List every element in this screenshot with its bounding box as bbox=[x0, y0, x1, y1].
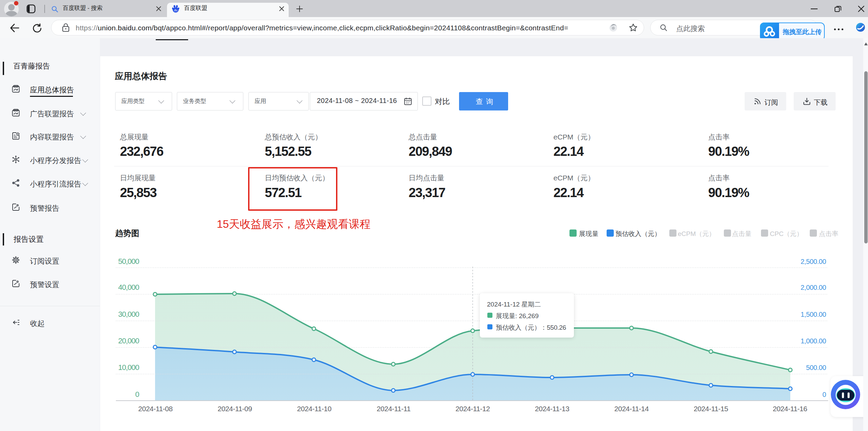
svg-text:20,000: 20,000 bbox=[118, 337, 139, 345]
svg-text:2,000.00: 2,000.00 bbox=[801, 284, 826, 291]
svg-text:50,000: 50,000 bbox=[118, 257, 139, 266]
svg-text:2024-11-13: 2024-11-13 bbox=[535, 405, 569, 413]
svg-text:2024-11-16: 2024-11-16 bbox=[773, 405, 807, 413]
svg-text:1,000.00: 1,000.00 bbox=[801, 337, 826, 345]
svg-text:10,000: 10,000 bbox=[118, 363, 139, 372]
svg-text:2,500.00: 2,500.00 bbox=[801, 258, 826, 265]
svg-text:0: 0 bbox=[135, 390, 139, 399]
svg-text:1,500.00: 1,500.00 bbox=[801, 311, 826, 318]
svg-text:40,000: 40,000 bbox=[118, 283, 139, 292]
svg-text:2024-11-12: 2024-11-12 bbox=[456, 405, 490, 413]
svg-text:2024-11-14: 2024-11-14 bbox=[614, 405, 649, 413]
svg-text:2024-11-10: 2024-11-10 bbox=[297, 405, 332, 413]
svg-text:2024-11-09: 2024-11-09 bbox=[218, 405, 252, 413]
svg-text:30,000: 30,000 bbox=[118, 310, 139, 318]
svg-text:2024-11-08: 2024-11-08 bbox=[138, 405, 173, 413]
svg-text:2024-11-11: 2024-11-11 bbox=[377, 405, 410, 413]
svg-text:2024-11-15: 2024-11-15 bbox=[694, 405, 728, 413]
svg-text:0: 0 bbox=[822, 391, 826, 398]
svg-text:500.00: 500.00 bbox=[806, 364, 826, 371]
